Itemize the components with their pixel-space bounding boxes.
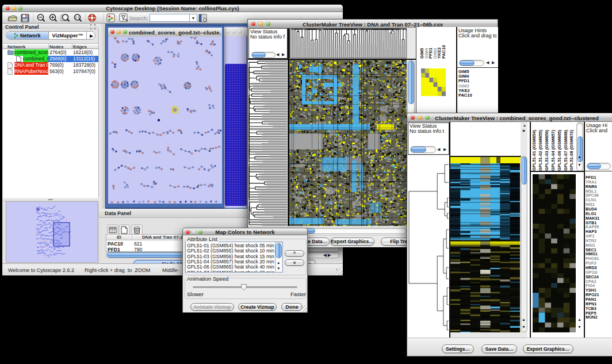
- svg-text:1:1: 1:1: [75, 16, 80, 19]
